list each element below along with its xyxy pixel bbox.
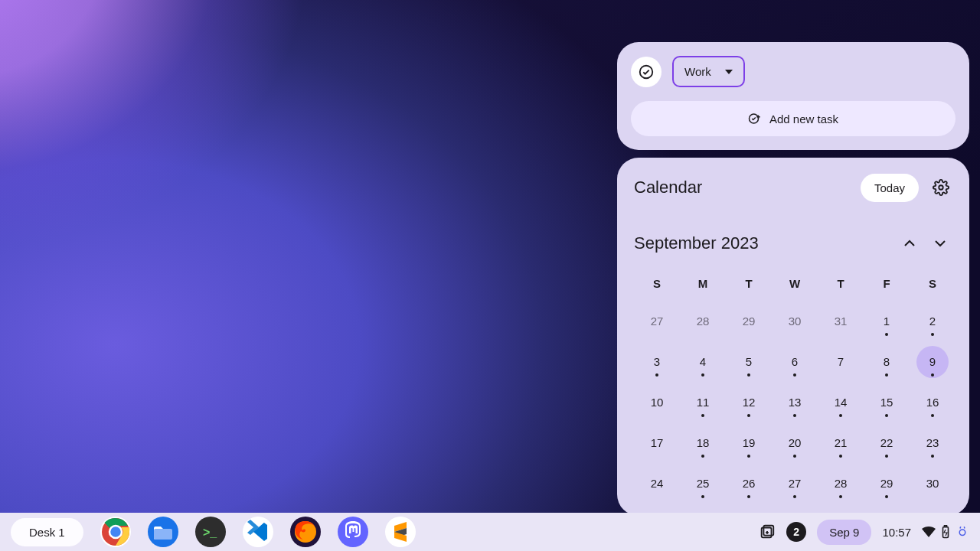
day-cell[interactable]: 18 [680,422,726,463]
day-cell[interactable]: 11 [680,382,726,422]
day-cell[interactable]: 29 [726,301,772,341]
day-cell[interactable]: 10 [634,382,680,422]
day-cell[interactable]: 31 [818,301,864,341]
task-list-select[interactable]: Work [672,56,745,87]
svg-point-20 [959,530,965,536]
dow-cell: S [634,266,680,301]
terminal-app-icon[interactable]: >_ [195,517,226,547]
svg-point-0 [640,65,653,78]
day-cell[interactable]: 17 [634,422,680,463]
day-cell[interactable]: 8 [864,341,910,382]
day-cell[interactable]: 1 [864,301,910,341]
dow-cell: T [726,266,772,301]
notification-count[interactable]: 2 [786,522,806,542]
calendar-settings-button[interactable] [926,173,956,202]
day-cell[interactable]: 26 [726,463,772,504]
day-cell[interactable]: 20 [772,422,818,463]
day-cell[interactable]: 28 [818,463,864,504]
svg-rect-8 [154,529,172,540]
calendar-title: Calendar [634,178,853,197]
sublime-app-icon[interactable] [385,517,416,547]
dow-cell: F [864,266,910,301]
assistant-icon [956,525,969,539]
day-cell[interactable]: 23 [910,422,956,463]
day-cell[interactable]: 14 [818,382,864,422]
dow-cell: S [910,266,956,301]
day-cell[interactable]: 13 [772,382,818,422]
calendar-widget: Calendar Today September 2023 SMTWTFS 27… [617,158,969,516]
day-cell[interactable]: 29 [864,463,910,504]
day-cell[interactable]: 6 [772,341,818,382]
day-cell[interactable]: 4 [680,341,726,382]
status-time[interactable]: 10:57 [882,526,911,539]
chrome-app-icon[interactable] [100,517,131,547]
day-cell[interactable]: 22 [864,422,910,463]
day-cell[interactable]: 19 [726,422,772,463]
files-app-icon[interactable] [148,517,178,547]
tote-button[interactable] [759,523,776,540]
tasks-icon-button[interactable] [631,57,662,87]
dow-cell: W [772,266,818,301]
shelf: Desk 1 >_ 2 Sep 9 10:57 [0,513,980,551]
day-cell[interactable]: 30 [772,301,818,341]
day-cell[interactable]: 3 [634,341,680,382]
calendar-dow-row: SMTWTFS [634,266,956,301]
wifi-icon [922,527,936,537]
mastodon-app-icon[interactable] [338,517,368,547]
chevron-down-icon [934,240,946,247]
prev-month-button[interactable] [894,228,925,259]
shelf-apps: >_ [100,517,416,547]
status-date[interactable]: Sep 9 [817,520,871,545]
today-button[interactable]: Today [861,174,919,202]
calendar-days-grid: 2728293031123456789101112131415161718192… [634,301,956,504]
day-cell[interactable]: 30 [910,463,956,504]
add-task-label: Add new task [769,112,838,126]
svg-text:>_: >_ [203,526,217,539]
dow-cell: M [680,266,726,301]
add-task-button[interactable]: Add new task [631,101,956,136]
day-cell[interactable]: 27 [634,301,680,341]
day-cell[interactable]: 9 [910,341,956,382]
day-cell[interactable]: 7 [818,341,864,382]
status-tray[interactable] [922,525,969,539]
day-cell[interactable]: 15 [864,382,910,422]
day-cell[interactable]: 2 [910,301,956,341]
day-cell[interactable]: 27 [772,463,818,504]
task-list-label: Work [684,65,711,78]
chevron-up-icon [903,240,916,247]
next-month-button[interactable] [925,228,956,259]
desk-switcher[interactable]: Desk 1 [11,518,83,546]
dow-cell: T [818,266,864,301]
day-cell[interactable]: 21 [818,422,864,463]
month-label: September 2023 [634,233,894,253]
firefox-app-icon[interactable] [290,517,321,547]
gear-icon [933,179,949,196]
vscode-app-icon[interactable] [243,517,273,547]
dropdown-icon [725,70,733,74]
day-cell[interactable]: 25 [680,463,726,504]
add-task-icon [748,112,762,126]
day-cell[interactable]: 24 [634,463,680,504]
day-cell[interactable]: 16 [910,382,956,422]
svg-point-2 [939,185,943,190]
day-cell[interactable]: 28 [680,301,726,341]
day-cell[interactable]: 12 [726,382,772,422]
check-circle-icon [638,64,655,80]
day-cell[interactable]: 5 [726,341,772,382]
svg-rect-19 [945,526,947,527]
tasks-widget: Work Add new task [617,42,969,150]
tote-icon [759,523,776,540]
battery-icon [942,525,949,539]
